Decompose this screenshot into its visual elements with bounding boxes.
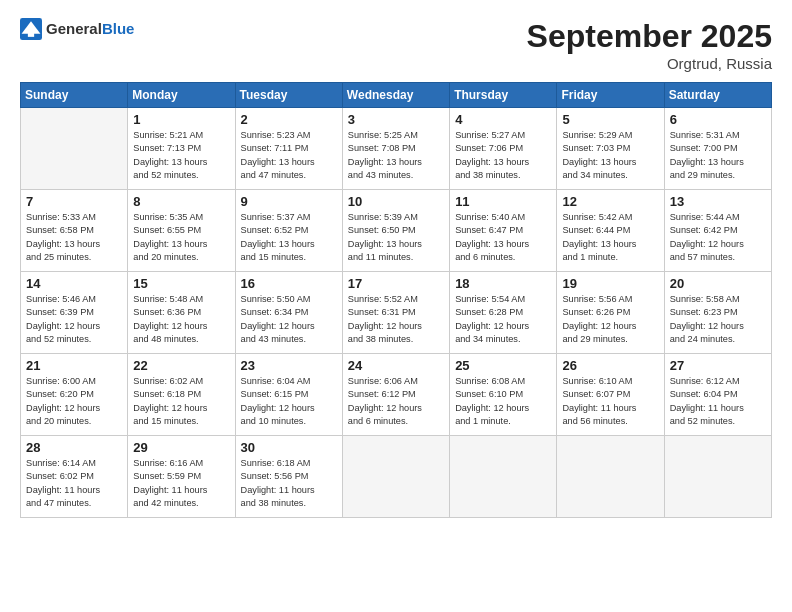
day-number: 6 — [670, 112, 766, 127]
day-number: 12 — [562, 194, 658, 209]
day-info: Sunrise: 6:04 AM Sunset: 6:15 PM Dayligh… — [241, 375, 337, 428]
day-info: Sunrise: 5:21 AM Sunset: 7:13 PM Dayligh… — [133, 129, 229, 182]
day-info: Sunrise: 5:40 AM Sunset: 6:47 PM Dayligh… — [455, 211, 551, 264]
day-number: 23 — [241, 358, 337, 373]
calendar-cell: 29Sunrise: 6:16 AM Sunset: 5:59 PM Dayli… — [128, 436, 235, 518]
day-number: 30 — [241, 440, 337, 455]
week-row-4: 28Sunrise: 6:14 AM Sunset: 6:02 PM Dayli… — [21, 436, 772, 518]
calendar-cell: 10Sunrise: 5:39 AM Sunset: 6:50 PM Dayli… — [342, 190, 449, 272]
title-block: September 2025 Orgtrud, Russia — [527, 18, 772, 72]
day-info: Sunrise: 5:56 AM Sunset: 6:26 PM Dayligh… — [562, 293, 658, 346]
day-number: 9 — [241, 194, 337, 209]
day-info: Sunrise: 5:33 AM Sunset: 6:58 PM Dayligh… — [26, 211, 122, 264]
header-day-saturday: Saturday — [664, 83, 771, 108]
calendar-cell: 27Sunrise: 6:12 AM Sunset: 6:04 PM Dayli… — [664, 354, 771, 436]
week-row-0: 1Sunrise: 5:21 AM Sunset: 7:13 PM Daylig… — [21, 108, 772, 190]
day-info: Sunrise: 6:12 AM Sunset: 6:04 PM Dayligh… — [670, 375, 766, 428]
day-number: 1 — [133, 112, 229, 127]
calendar-cell: 3Sunrise: 5:25 AM Sunset: 7:08 PM Daylig… — [342, 108, 449, 190]
calendar-body: 1Sunrise: 5:21 AM Sunset: 7:13 PM Daylig… — [21, 108, 772, 518]
calendar-cell: 11Sunrise: 5:40 AM Sunset: 6:47 PM Dayli… — [450, 190, 557, 272]
svg-rect-2 — [28, 31, 34, 37]
header-day-sunday: Sunday — [21, 83, 128, 108]
calendar-cell: 15Sunrise: 5:48 AM Sunset: 6:36 PM Dayli… — [128, 272, 235, 354]
header-row: SundayMondayTuesdayWednesdayThursdayFrid… — [21, 83, 772, 108]
day-info: Sunrise: 5:50 AM Sunset: 6:34 PM Dayligh… — [241, 293, 337, 346]
header-day-wednesday: Wednesday — [342, 83, 449, 108]
calendar-cell: 17Sunrise: 5:52 AM Sunset: 6:31 PM Dayli… — [342, 272, 449, 354]
logo-general: General — [46, 21, 102, 38]
day-number: 20 — [670, 276, 766, 291]
day-number: 29 — [133, 440, 229, 455]
day-number: 2 — [241, 112, 337, 127]
day-info: Sunrise: 5:42 AM Sunset: 6:44 PM Dayligh… — [562, 211, 658, 264]
day-info: Sunrise: 6:14 AM Sunset: 6:02 PM Dayligh… — [26, 457, 122, 510]
calendar-cell: 28Sunrise: 6:14 AM Sunset: 6:02 PM Dayli… — [21, 436, 128, 518]
title-month: September 2025 — [527, 18, 772, 55]
header-day-thursday: Thursday — [450, 83, 557, 108]
calendar-cell: 24Sunrise: 6:06 AM Sunset: 6:12 PM Dayli… — [342, 354, 449, 436]
day-number: 8 — [133, 194, 229, 209]
calendar-cell — [664, 436, 771, 518]
day-number: 26 — [562, 358, 658, 373]
header-day-monday: Monday — [128, 83, 235, 108]
day-number: 10 — [348, 194, 444, 209]
calendar-cell: 1Sunrise: 5:21 AM Sunset: 7:13 PM Daylig… — [128, 108, 235, 190]
day-number: 14 — [26, 276, 122, 291]
calendar-cell: 22Sunrise: 6:02 AM Sunset: 6:18 PM Dayli… — [128, 354, 235, 436]
calendar-cell — [342, 436, 449, 518]
logo-blue: Blue — [102, 21, 135, 38]
calendar-cell: 7Sunrise: 5:33 AM Sunset: 6:58 PM Daylig… — [21, 190, 128, 272]
calendar-cell: 18Sunrise: 5:54 AM Sunset: 6:28 PM Dayli… — [450, 272, 557, 354]
calendar-cell: 4Sunrise: 5:27 AM Sunset: 7:06 PM Daylig… — [450, 108, 557, 190]
day-info: Sunrise: 5:44 AM Sunset: 6:42 PM Dayligh… — [670, 211, 766, 264]
day-info: Sunrise: 5:37 AM Sunset: 6:52 PM Dayligh… — [241, 211, 337, 264]
day-info: Sunrise: 6:08 AM Sunset: 6:10 PM Dayligh… — [455, 375, 551, 428]
day-number: 16 — [241, 276, 337, 291]
day-info: Sunrise: 6:10 AM Sunset: 6:07 PM Dayligh… — [562, 375, 658, 428]
calendar-cell: 12Sunrise: 5:42 AM Sunset: 6:44 PM Dayli… — [557, 190, 664, 272]
logo-text: General Blue — [46, 21, 134, 38]
day-number: 4 — [455, 112, 551, 127]
day-number: 24 — [348, 358, 444, 373]
calendar-cell: 25Sunrise: 6:08 AM Sunset: 6:10 PM Dayli… — [450, 354, 557, 436]
day-info: Sunrise: 5:31 AM Sunset: 7:00 PM Dayligh… — [670, 129, 766, 182]
day-info: Sunrise: 5:35 AM Sunset: 6:55 PM Dayligh… — [133, 211, 229, 264]
calendar-cell: 8Sunrise: 5:35 AM Sunset: 6:55 PM Daylig… — [128, 190, 235, 272]
day-info: Sunrise: 5:52 AM Sunset: 6:31 PM Dayligh… — [348, 293, 444, 346]
day-info: Sunrise: 5:27 AM Sunset: 7:06 PM Dayligh… — [455, 129, 551, 182]
logo-icon — [20, 18, 42, 40]
header-day-tuesday: Tuesday — [235, 83, 342, 108]
calendar-cell: 20Sunrise: 5:58 AM Sunset: 6:23 PM Dayli… — [664, 272, 771, 354]
day-number: 21 — [26, 358, 122, 373]
day-number: 25 — [455, 358, 551, 373]
calendar-cell — [557, 436, 664, 518]
calendar-cell: 5Sunrise: 5:29 AM Sunset: 7:03 PM Daylig… — [557, 108, 664, 190]
calendar-header: SundayMondayTuesdayWednesdayThursdayFrid… — [21, 83, 772, 108]
day-number: 19 — [562, 276, 658, 291]
day-number: 27 — [670, 358, 766, 373]
day-number: 22 — [133, 358, 229, 373]
day-info: Sunrise: 6:06 AM Sunset: 6:12 PM Dayligh… — [348, 375, 444, 428]
day-info: Sunrise: 5:25 AM Sunset: 7:08 PM Dayligh… — [348, 129, 444, 182]
day-number: 11 — [455, 194, 551, 209]
calendar-cell — [21, 108, 128, 190]
day-info: Sunrise: 6:00 AM Sunset: 6:20 PM Dayligh… — [26, 375, 122, 428]
day-info: Sunrise: 5:54 AM Sunset: 6:28 PM Dayligh… — [455, 293, 551, 346]
calendar-cell: 13Sunrise: 5:44 AM Sunset: 6:42 PM Dayli… — [664, 190, 771, 272]
calendar-cell — [450, 436, 557, 518]
day-info: Sunrise: 6:02 AM Sunset: 6:18 PM Dayligh… — [133, 375, 229, 428]
calendar-cell: 26Sunrise: 6:10 AM Sunset: 6:07 PM Dayli… — [557, 354, 664, 436]
day-number: 13 — [670, 194, 766, 209]
day-number: 3 — [348, 112, 444, 127]
day-number: 18 — [455, 276, 551, 291]
header-day-friday: Friday — [557, 83, 664, 108]
calendar-cell: 30Sunrise: 6:18 AM Sunset: 5:56 PM Dayli… — [235, 436, 342, 518]
calendar-cell: 6Sunrise: 5:31 AM Sunset: 7:00 PM Daylig… — [664, 108, 771, 190]
day-number: 28 — [26, 440, 122, 455]
day-info: Sunrise: 5:39 AM Sunset: 6:50 PM Dayligh… — [348, 211, 444, 264]
calendar-cell: 2Sunrise: 5:23 AM Sunset: 7:11 PM Daylig… — [235, 108, 342, 190]
logo: General Blue — [20, 18, 134, 40]
day-number: 5 — [562, 112, 658, 127]
day-number: 7 — [26, 194, 122, 209]
